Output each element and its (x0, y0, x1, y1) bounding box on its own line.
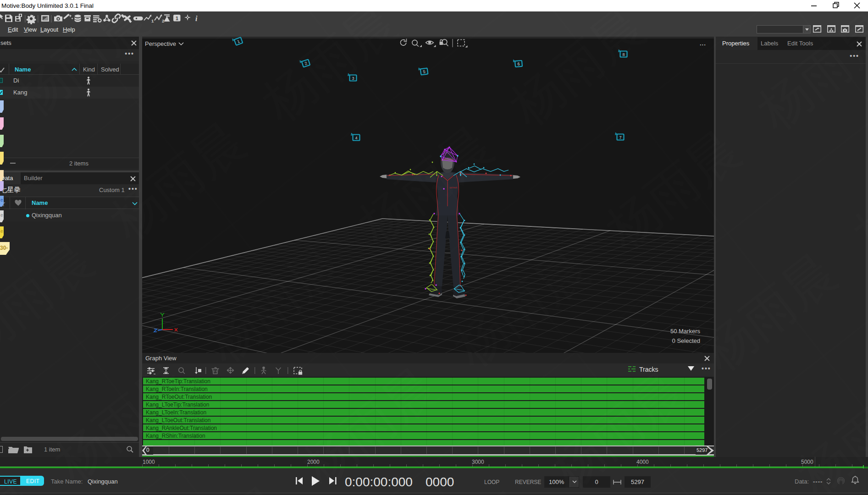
svg-text:6: 6 (517, 61, 520, 66)
svg-text:0 Selected: 0 Selected (672, 337, 700, 344)
svg-text:optitrack: optitrack (449, 187, 458, 189)
svg-text:...: ... (700, 40, 706, 47)
svg-text:2: 2 (162, 18, 164, 23)
svg-text:7: 7 (619, 135, 621, 140)
svg-text:Perspective: Perspective (145, 40, 176, 47)
svg-text:50 Markers: 50 Markers (670, 328, 701, 335)
svg-text:1: 1 (151, 18, 154, 23)
svg-text:4: 4 (355, 136, 357, 140)
svg-text:1: 1 (176, 16, 178, 21)
svg-text:8: 8 (622, 52, 625, 57)
svg-text:3: 3 (352, 76, 354, 81)
svg-text:i: i (195, 15, 198, 22)
